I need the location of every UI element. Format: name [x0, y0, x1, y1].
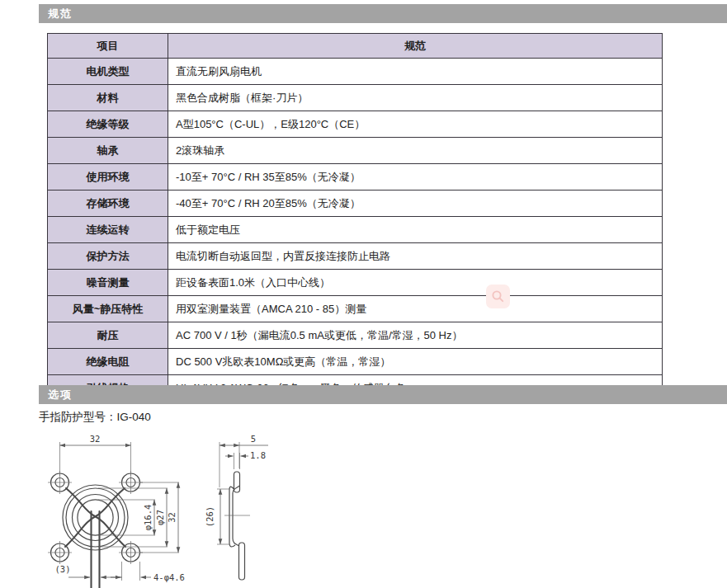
spec-item-label: 耐压	[48, 322, 168, 349]
table-header-row: 项目 规范	[48, 34, 663, 59]
dim-wire-gap: (3)	[55, 564, 71, 574]
finger-guard-drawing: 32 φ16.4 φ27 32 (3) 4-φ4.6 5	[37, 431, 309, 588]
table-row: 电机类型直流无刷风扇电机	[48, 59, 663, 85]
spec-item-label: 轴承	[48, 138, 168, 164]
table-row: 存储环境-40至+ 70°C / RH 20至85%（无冷凝）	[48, 191, 663, 217]
column-header-item: 项目	[48, 34, 168, 59]
spec-item-label: 电机类型	[48, 59, 168, 85]
table-row: 使用环境-10至+ 70°C / RH 35至85%（无冷凝）	[48, 164, 663, 191]
dim-side-depth: 5	[251, 434, 256, 444]
spec-value: -10至+ 70°C / RH 35至85%（无冷凝）	[168, 164, 663, 191]
table-row: 绝缘等级A型105°C（C-UL），E级120°C（CE）	[48, 111, 663, 138]
spec-table-body: 电机类型直流无刷风扇电机材料黑色合成树脂（框架·刀片）绝缘等级A型105°C（C…	[48, 59, 663, 402]
spec-item-label: 风量~静压特性	[48, 296, 168, 322]
dim-mount-holes: 4-φ4.6	[153, 572, 185, 582]
search-icon	[491, 289, 505, 303]
finger-guard-front-view: 32 φ16.4 φ27 32 (3) 4-φ4.6	[48, 434, 185, 588]
column-header-spec: 规范	[168, 34, 663, 59]
table-row: 绝缘电阻DC 500 V兆欧表10MΩ或更高（常温，常湿）	[48, 349, 663, 375]
table-row: 材料黑色合成树脂（框架·刀片）	[48, 85, 663, 111]
magnifier-icon[interactable]	[486, 285, 510, 308]
spec-table: 项目 规范 电机类型直流无刷风扇电机材料黑色合成树脂（框架·刀片）绝缘等级A型1…	[47, 33, 663, 402]
table-row: 噪音测量距设备表面1.0米（入口中心线）	[48, 270, 663, 296]
spec-item-label: 使用环境	[48, 164, 168, 191]
dim-front-width: 32	[90, 434, 101, 444]
table-row: 耐压AC 700 V / 1秒（漏电流0.5 mA或更低，常温/常湿，50 Hz…	[48, 322, 663, 349]
spec-value: 用双室测量装置（AMCA 210 - 85）测量	[168, 296, 663, 322]
table-row: 连续运转低于额定电压	[48, 217, 663, 243]
table-row: 轴承2滚珠轴承	[48, 138, 663, 164]
spec-value: -40至+ 70°C / RH 20至85%（无冷凝）	[168, 191, 663, 217]
dim-outer-diameter: φ27	[155, 510, 165, 525]
spec-value: 2滚珠轴承	[168, 138, 663, 164]
dim-front-height: 32	[167, 512, 177, 523]
section-header-spec: 规范	[39, 4, 727, 23]
dim-side-thickness: 1.8	[250, 450, 266, 460]
dim-inner-diameter: φ16.4	[143, 505, 153, 531]
spec-value: 低于额定电压	[168, 217, 663, 243]
spec-item-label: 保护方法	[48, 243, 168, 270]
dim-side-height: (26)	[205, 506, 215, 527]
spec-value: AC 700 V / 1秒（漏电流0.5 mA或更低，常温/常湿，50 Hz）	[168, 322, 663, 349]
finger-guard-model-label: 手指防护型号：IG-040	[39, 410, 151, 425]
spec-item-label: 绝缘等级	[48, 111, 168, 138]
spec-value: 距设备表面1.0米（入口中心线）	[168, 270, 663, 296]
spec-value: A型105°C（C-UL），E级120°C（CE）	[168, 111, 663, 138]
table-row: 保护方法电流切断自动返回型，内置反接连接防止电路	[48, 243, 663, 270]
table-row: 风量~静压特性用双室测量装置（AMCA 210 - 85）测量	[48, 296, 663, 322]
spec-item-label: 连续运转	[48, 217, 168, 243]
spec-value: DC 500 V兆欧表10MΩ或更高（常温，常湿）	[168, 349, 663, 375]
spec-item-label: 存储环境	[48, 191, 168, 217]
spec-value: 电流切断自动返回型，内置反接连接防止电路	[168, 243, 663, 270]
spec-value: 直流无刷风扇电机	[168, 59, 663, 85]
finger-guard-side-view: 5 1.8 (26)	[205, 434, 268, 580]
spec-value: 黑色合成树脂（框架·刀片）	[168, 85, 663, 111]
spec-item-label: 绝缘电阻	[48, 349, 168, 375]
section-header-options: 选项	[39, 385, 727, 404]
spec-item-label: 噪音测量	[48, 270, 168, 296]
spec-item-label: 材料	[48, 85, 168, 111]
